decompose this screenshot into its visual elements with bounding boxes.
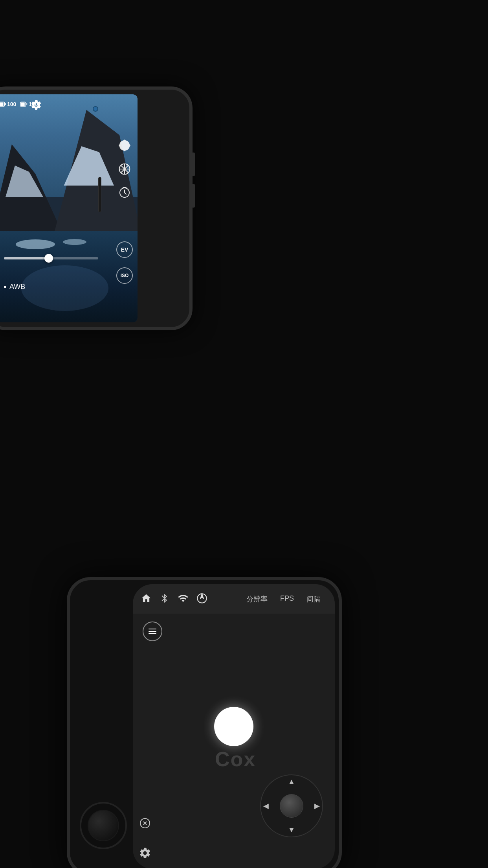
cam-bottom-icons <box>139 817 151 861</box>
aperture-btn[interactable] <box>118 163 131 177</box>
vol-up-button[interactable] <box>192 153 195 176</box>
tab-interval[interactable]: 间隔 <box>300 592 327 606</box>
awb-label[interactable]: AWB <box>4 283 25 291</box>
battery1-badge: 100 <box>7 101 16 107</box>
cam-top-tabs: 分辨率 FPS 间隔 <box>240 592 327 606</box>
ev-button[interactable]: EV <box>116 241 133 258</box>
camera-settings-btn[interactable] <box>118 139 131 153</box>
water-reflection <box>21 265 108 311</box>
menu-line-2 <box>149 631 156 632</box>
watermark-cox: Cox <box>215 747 256 771</box>
gear-icon <box>30 99 42 111</box>
dpad-down[interactable]: ▼ <box>288 826 295 834</box>
home-button[interactable] <box>80 802 127 849</box>
tab-resolution[interactable]: 分辨率 <box>240 592 274 606</box>
ev-slider[interactable] <box>4 257 98 259</box>
menu-button[interactable] <box>143 622 162 641</box>
sidebar-controls: EV ISO <box>115 102 134 322</box>
svg-rect-1 <box>0 102 4 106</box>
dpad: ▲ ▼ ◀ ▶ <box>260 774 323 837</box>
viewfinder: 100 100 <box>0 94 138 322</box>
menu-line-1 <box>149 629 156 629</box>
settings-btn[interactable] <box>30 99 42 112</box>
dpad-left[interactable]: ◀ <box>263 802 269 810</box>
svg-marker-12 <box>201 594 204 598</box>
ev-fill <box>4 257 46 259</box>
side-volume-rail <box>98 177 101 212</box>
phone-bottom-body: 分辨率 FPS 间隔 ▲ ▼ ◀ <box>67 577 342 868</box>
battery1-icon <box>0 100 6 108</box>
phone-bottom: 分辨率 FPS 间隔 ▲ ▼ ◀ <box>67 577 342 868</box>
svg-rect-3 <box>21 102 25 106</box>
vol-down-button[interactable] <box>192 184 195 208</box>
home-icon-btn[interactable] <box>141 593 152 605</box>
iso-button[interactable]: ISO <box>116 267 133 284</box>
camera-flip-btn[interactable] <box>139 817 151 831</box>
wifi-icon-btn[interactable] <box>178 593 189 605</box>
dpad-right[interactable]: ▶ <box>314 802 320 810</box>
shutter-area <box>133 707 335 746</box>
cam-top-bar: 分辨率 FPS 间隔 <box>133 584 335 614</box>
menu-line-3 <box>149 633 156 634</box>
compass-icon-btn[interactable] <box>196 593 207 605</box>
camera-screen: 分辨率 FPS 间隔 ▲ ▼ ◀ <box>133 584 335 868</box>
iso-label: ISO <box>121 273 129 278</box>
ev-label: EV <box>121 246 128 253</box>
front-camera-dot <box>93 106 98 112</box>
ev-track <box>4 257 98 259</box>
bluetooth-icon-btn[interactable] <box>160 593 170 605</box>
cam-settings-btn[interactable] <box>139 847 151 861</box>
shutter-button[interactable] <box>214 707 253 746</box>
phone-top-body: 100 100 <box>0 86 193 330</box>
dpad-center-knob[interactable] <box>280 794 303 818</box>
timer-btn[interactable] <box>118 186 131 200</box>
battery1-group: 100 <box>0 100 16 108</box>
battery2-icon <box>19 100 28 108</box>
tab-fps[interactable]: FPS <box>274 592 300 606</box>
home-button-inner <box>88 810 119 841</box>
ice-floe-2 <box>63 239 86 245</box>
top-icons-row: 100 100 <box>0 100 38 108</box>
dpad-up[interactable]: ▲ <box>288 778 295 786</box>
awb-text: AWB <box>9 283 25 291</box>
phone-top: 100 100 <box>0 86 193 330</box>
awb-dot <box>4 286 6 288</box>
